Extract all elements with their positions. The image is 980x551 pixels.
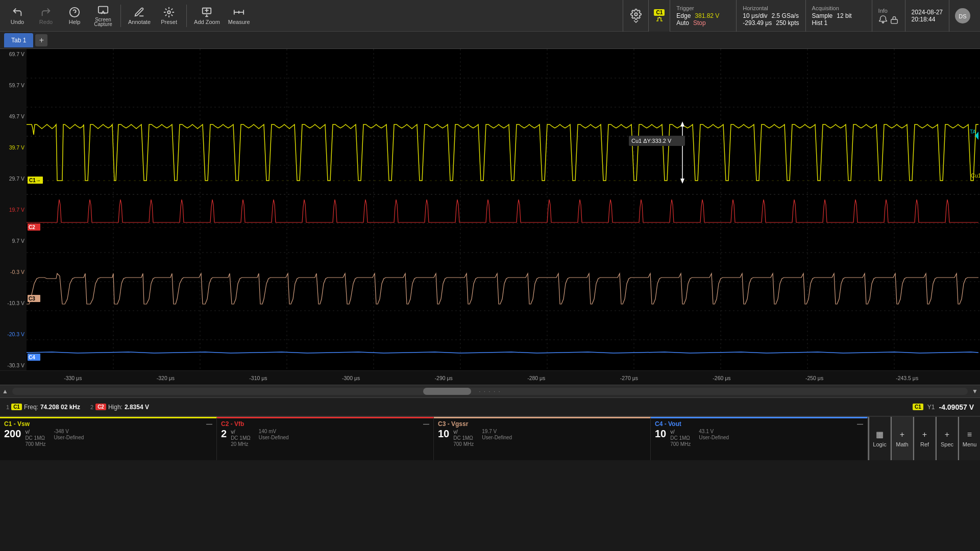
tabbar: Tab 1 + [0, 32, 980, 49]
menu-button[interactable]: ≡ Menu [958, 417, 980, 460]
ch2-expand[interactable]: — [423, 420, 429, 428]
add-zoom-button[interactable]: Add Zoom [191, 2, 223, 30]
add-tab-button[interactable]: + [35, 34, 47, 46]
ch4-expand[interactable]: — [857, 420, 863, 428]
annotate-button[interactable]: Annotate [125, 2, 154, 30]
x-label-3: -300 μs [305, 375, 398, 381]
redo-button[interactable]: Redo [33, 2, 59, 30]
header-right: C1 Trigger Edge 381.82 V Auto Stop Horiz… [623, 0, 976, 32]
y1-value: -4.09057 V [939, 403, 974, 411]
measure-button[interactable]: Measure [225, 2, 253, 30]
toolbar-separator-2 [186, 5, 187, 27]
spec-button[interactable]: + Spec [936, 417, 958, 460]
y-label-6: 9.7 V [2, 238, 24, 244]
y1-label: Y1 [927, 404, 935, 411]
oscilloscope-area: 69.7 V 59.7 V 49.7 V 39.7 V 29.7 V 19.7 … [0, 49, 980, 370]
math-icon: + [900, 430, 904, 439]
menu-label: Menu [963, 441, 977, 447]
toolbar: Undo Redo Help Screen Capture Annotate [0, 0, 980, 32]
meas-1-value: 74.208 02 kHz [40, 404, 80, 411]
help-button[interactable]: Help [61, 2, 88, 30]
svg-text:TA: TA [970, 129, 976, 135]
scroll-right-button[interactable]: ▼ [970, 388, 980, 395]
svg-point-13 [634, 13, 638, 16]
y-label-2: 49.7 V [2, 113, 24, 119]
ref-icon: + [922, 430, 927, 439]
svg-text:C2: C2 [29, 224, 35, 230]
meas-2-ch-badge: C2 [95, 404, 106, 410]
ch3-card[interactable]: C3 - Vgssr 10 v/ DC 1MΩ 700 MHz 19.7 V U… [434, 417, 651, 460]
y-label-3: 39.7 V [2, 144, 24, 151]
meas-1-label: Freq: [24, 404, 38, 411]
ch1-expand[interactable]: — [206, 420, 212, 428]
x-axis: -330 μs -320 μs -310 μs -300 μs -290 μs … [0, 370, 980, 385]
x-label-0: -330 μs [27, 375, 119, 381]
ch1-scale-val: 200 [4, 429, 21, 447]
x-label-1: -320 μs [119, 375, 212, 381]
math-label: Math [896, 441, 908, 447]
measurement-2: 2 C2 High: 2.8354 V [90, 404, 149, 411]
y-label-10: -30.3 V [2, 362, 24, 368]
ch4-scale-val: 10 [655, 429, 666, 447]
y-label-7: -0.3 V [2, 269, 24, 275]
preset-button[interactable]: Preset [156, 2, 182, 30]
bottom-panel: C1 - Vsw — 200 v/ DC 1MΩ 700 MHz -348 V … [0, 416, 980, 460]
logic-button[interactable]: ▦ Logic [868, 417, 891, 460]
x-label-2: -310 μs [212, 375, 305, 381]
meas-1-ch-badge: C1 [11, 404, 22, 410]
ch4-card[interactable]: C4 - Vout — 10 v/ DC 1MΩ 700 MHz 43.1 V … [651, 417, 868, 460]
y-label-4: 29.7 V [2, 176, 24, 182]
trigger-channel: C1 [648, 0, 670, 32]
y-label-8: -10.3 V [2, 300, 24, 306]
svg-text:C4: C4 [29, 355, 35, 360]
trigger-ch-badge: C1 [654, 9, 665, 16]
user-badge: DS [949, 0, 976, 32]
screen-capture-button[interactable]: Screen Capture [90, 2, 116, 30]
tab-1[interactable]: Tab 1 [4, 33, 33, 47]
waveform-area[interactable]: Cu1 ΔY:333.2 V Cu1. TA C1→ C2 C3 C4 [27, 49, 980, 370]
scrollbar-area[interactable]: ▲ · · · · · ▼ [0, 385, 980, 398]
ch1-name: C1 - Vsw [4, 420, 30, 428]
y-label-1: 59.7 V [2, 82, 24, 88]
svg-text:Cu1 ΔY:333.2 V: Cu1 ΔY:333.2 V [631, 138, 672, 144]
ch2-card[interactable]: C2 - Vfb — 2 v/ DC 1MΩ 20 MHz 140 mV Use… [217, 417, 434, 460]
scroll-left-button[interactable]: ▲ [0, 388, 10, 395]
datetime-display: 2024-08-27 20:18:44 [905, 0, 949, 32]
scroll-thumb[interactable] [423, 388, 471, 395]
bottom-right-buttons: ▦ Logic + Math + Ref + Spec ≡ Menu [868, 417, 980, 460]
meas-2-label: High: [108, 404, 122, 411]
spec-label: Spec [941, 441, 953, 447]
x-label-6: -270 μs [583, 375, 676, 381]
settings-button[interactable] [623, 0, 648, 32]
undo-button[interactable]: Undo [4, 2, 31, 30]
ch4-name: C4 - Vout [655, 420, 681, 428]
measurement-1: 1 C1 Freq: 74.208 02 kHz [6, 404, 80, 411]
x-label-7: -260 μs [675, 375, 768, 381]
horizontal-panel: Horizontal 10 μs/div 2.5 GSa/s -293.49 μ… [736, 0, 805, 32]
measurements-bar: 1 C1 Freq: 74.208 02 kHz 2 C2 High: 2.83… [0, 398, 980, 416]
spec-icon: + [945, 430, 949, 439]
waveform-svg: Cu1 ΔY:333.2 V Cu1. TA C1→ C2 C3 C4 [27, 49, 980, 370]
scroll-dots: · · · · · [479, 389, 501, 394]
logic-icon: ▦ [876, 430, 884, 439]
ref-label: Ref [920, 441, 929, 447]
ch1-card[interactable]: C1 - Vsw — 200 v/ DC 1MΩ 700 MHz -348 V … [0, 417, 217, 460]
meas-1-num: 1 [6, 404, 9, 410]
x-label-9: -243.5 μs [861, 375, 953, 381]
math-button[interactable]: + Math [891, 417, 913, 460]
toolbar-separator [120, 5, 121, 27]
ref-button[interactable]: + Ref [913, 417, 936, 460]
ch2-scale-val: 2 [221, 429, 227, 447]
scroll-track[interactable]: · · · · · [12, 388, 968, 395]
logic-label: Logic [873, 441, 886, 447]
menu-icon: ≡ [967, 430, 972, 439]
y-label-9: -20.3 V [2, 331, 24, 337]
x-label-8: -250 μs [768, 375, 861, 381]
ch2-name: C2 - Vfb [221, 420, 244, 428]
y-label-0: 69.7 V [2, 51, 24, 57]
svg-rect-15 [891, 19, 897, 23]
y-label-5: 19.7 V [2, 207, 24, 213]
svg-text:Cu1.: Cu1. [971, 172, 980, 179]
ch3-scale-val: 10 [438, 429, 449, 447]
y1-ch-badge: C1 [913, 404, 923, 410]
